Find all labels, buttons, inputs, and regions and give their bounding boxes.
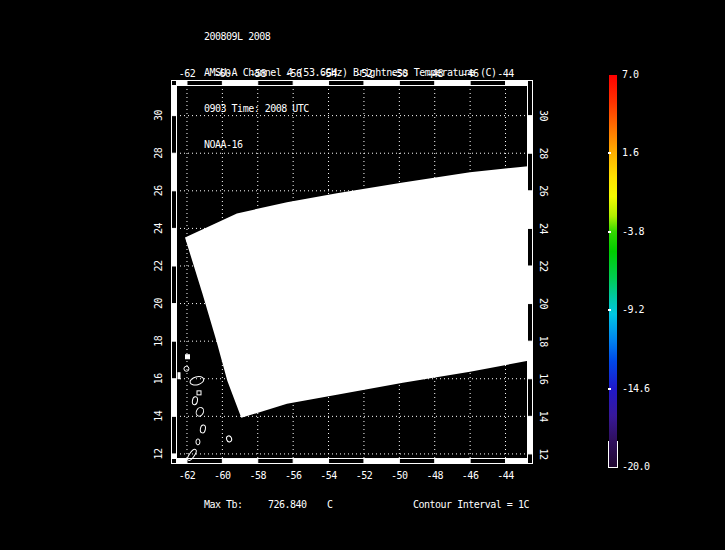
lat-tick-label-right: 18 [538,336,549,348]
island-coastline [197,391,201,395]
lon-tick-label-top: -44 [497,68,514,79]
lon-tick-label-bottom: -58 [249,470,266,481]
lon-tick-label-top: -58 [249,68,266,79]
max-tb-value: 726.840 [268,499,307,510]
lat-tick-label-left: 16 [153,373,164,385]
lon-tick-label-bottom: -54 [320,470,337,481]
neatline-band [172,379,176,417]
lat-tick-label-right: 28 [538,148,549,160]
max-tb-label: Max Tb: [204,499,243,510]
neatline-band [528,191,532,229]
neatline-band [172,153,176,191]
colorbar-gradient [609,75,617,467]
lat-tick-label-left: 18 [153,335,164,347]
screen: { "window": { "background": "#000000", "… [0,0,725,550]
lat-tick-label-left: 20 [153,298,164,310]
island-coastline [184,366,189,371]
island-coastline [196,439,200,445]
island-coastline [186,448,198,462]
neatline-band [176,459,187,463]
island-coastline [186,355,190,359]
lat-tick-label-left: 12 [153,448,164,460]
lon-tick-label-bottom: -46 [462,470,479,481]
neatline-band [435,81,470,85]
neatline-band [222,81,257,85]
lon-tick-label-bottom: -50 [391,470,408,481]
lat-tick-label-left: 28 [153,147,164,159]
neatline-band [364,459,399,463]
lat-tick-label-right: 12 [538,448,549,460]
colorbar: 7.01.6-3.8-9.2-14.6-20.0 [609,75,617,467]
island-coastline [226,435,233,442]
colorbar-tick [608,152,611,154]
neatline-band [506,81,528,85]
lon-tick-label-top: -50 [391,68,408,79]
lon-tick-label-bottom: -52 [356,470,373,481]
lat-tick-label-right: 20 [538,298,549,310]
lat-tick-label-right: 22 [538,260,549,272]
colorbar-tick [608,309,611,311]
neatline-band [435,459,470,463]
island-coastline [200,425,206,434]
lon-tick-label-top: -46 [462,68,479,79]
lat-tick-label-right: 16 [538,373,549,385]
colorbar-label: -20.0 [622,461,650,472]
colorbar-tick [608,231,611,233]
neatline-band [528,266,532,304]
island-coastline [192,396,198,405]
lat-tick-label-left: 24 [153,222,164,234]
neatline-band [293,459,328,463]
lon-tick-label-top: -52 [356,68,373,79]
lat-tick-label-right: 26 [538,185,549,197]
lat-tick-label-left: 22 [153,260,164,272]
island-coastline [195,406,205,417]
lat-tick-label-right: 24 [538,223,549,235]
satellite-swath [185,166,528,418]
colorbar-label: -9.2 [622,304,644,315]
colorbar-label: 7.0 [622,69,639,80]
neatline-band [528,116,532,154]
lon-tick-label-bottom: -62 [179,470,196,481]
lon-tick-label-bottom: -56 [285,470,302,481]
lat-tick-label-left: 26 [153,185,164,197]
neatline-band [176,81,187,85]
neatline-band [364,81,399,85]
neatline-band [506,459,528,463]
lat-tick-label-left: 14 [153,410,164,422]
max-tb-unit: C [327,499,333,510]
neatline-band [172,85,176,116]
island-coastline [178,373,180,379]
lon-tick-label-top: -56 [285,68,302,79]
neatline-band [172,454,176,459]
neatline-band [528,416,532,454]
lon-tick-label-top: -62 [179,68,196,79]
lat-tick-label-right: 14 [538,411,549,423]
neatline-band [222,459,257,463]
lon-tick-label-bottom: -60 [214,470,231,481]
neatline-band [293,81,328,85]
contour-interval-label: Contour Interval = 1C [413,499,529,510]
lat-tick-label-left: 30 [153,110,164,122]
island-coastline [189,375,205,386]
lon-tick-label-top: -60 [214,68,231,79]
colorbar-tick [608,388,611,390]
lon-tick-label-top: -48 [426,68,443,79]
lon-tick-label-bottom: -48 [426,470,443,481]
neatline-band [172,228,176,266]
colorbar-label: -3.8 [622,226,644,237]
lon-tick-label-bottom: -44 [497,470,514,481]
colorbar-label: 1.6 [622,147,639,158]
lon-tick-label-top: -54 [320,68,337,79]
lat-tick-label-right: 30 [538,110,549,122]
colorbar-label: -14.6 [622,383,650,394]
neatline-band [528,341,532,379]
neatline-band [172,304,176,342]
